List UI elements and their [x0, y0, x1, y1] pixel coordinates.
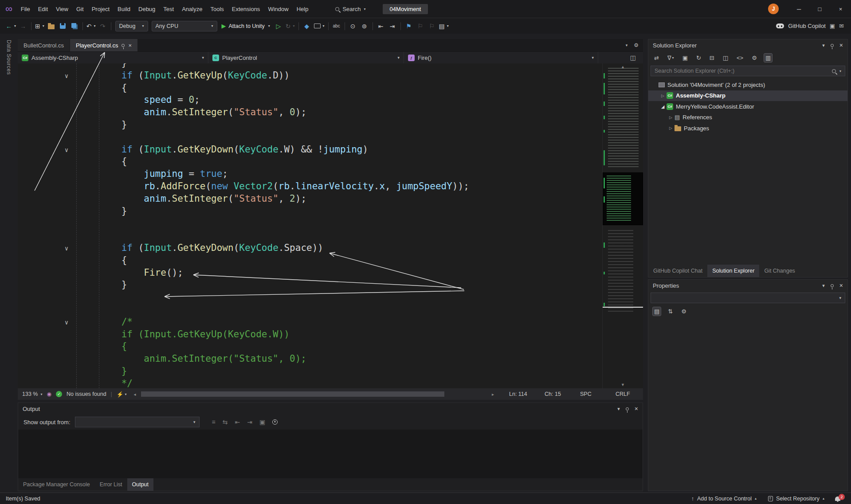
tab-git-changes[interactable]: Git Changes [759, 265, 800, 277]
close-icon[interactable]: × [839, 282, 843, 289]
menu-item-3[interactable]: Git [72, 0, 88, 18]
line-ending-indicator[interactable]: CRLF [616, 391, 639, 397]
github-copilot-group[interactable]: GitHub Copilot ▣ ✉ [776, 23, 844, 29]
code-editor[interactable]: }∨ if (Input.GetKeyUp(KeyCode.D)) { spee… [18, 63, 643, 388]
decrease-indent-button[interactable]: ⇤ [375, 20, 387, 32]
tab-solution-explorer[interactable]: Solution Explorer [707, 265, 759, 277]
tree-item-assembly-csharp[interactable]: ▷C#Assembly-CSharp [648, 90, 847, 102]
sync-with-active-document-icon[interactable]: ⇄ [653, 54, 660, 62]
scroll-down-icon[interactable]: ▼ [603, 383, 643, 387]
chevron-down-icon[interactable]: ▾ [617, 406, 620, 412]
plugin-status-icon[interactable]: ◉ [47, 391, 51, 397]
code-line[interactable]: { [18, 340, 601, 353]
tab-settings-gear-icon[interactable]: ⚙ [634, 42, 639, 48]
tree-item-packages[interactable]: ▷Packages [648, 123, 847, 134]
add-to-source-control-button[interactable]: ↑ Add to Source Control ▴ [686, 493, 762, 504]
scroll-up-icon[interactable]: ▲ [603, 65, 643, 69]
space-mode-indicator[interactable]: SPC [580, 391, 603, 397]
chevron-down-icon[interactable]: ▾ [822, 283, 825, 289]
solution-platforms-dropdown[interactable]: Any CPU ▾ [152, 21, 217, 31]
start-without-debugging-button[interactable]: ▷ [273, 20, 284, 32]
refresh-icon[interactable]: ↻ [695, 54, 702, 62]
intellisense-complete-button[interactable]: ⊚ [359, 20, 370, 32]
type-dropdown[interactable]: C PlayerControl ▾ [208, 52, 404, 63]
code-line[interactable]: } [18, 279, 601, 291]
alphabetical-icon[interactable]: ⇅ [667, 307, 674, 316]
code-line[interactable]: speed = 0; [18, 94, 601, 106]
intellisense-suggest-button[interactable]: ⊙ [347, 20, 359, 32]
view-code-icon[interactable]: <> [735, 54, 745, 62]
health-check-icon[interactable]: ✓ [56, 391, 62, 397]
save-button[interactable] [57, 20, 69, 32]
minimap-viewport[interactable] [603, 172, 643, 225]
toolbar-separator[interactable] [82, 22, 83, 30]
fold-chevron-icon[interactable]: ∨ [61, 70, 72, 82]
toolbar-separator[interactable] [31, 22, 31, 30]
task-list-button[interactable]: ▤ ▾ [438, 20, 450, 32]
solution-search-input[interactable] [655, 68, 828, 74]
split-editor-icon[interactable]: ◫ [630, 54, 636, 61]
prev-message-icon[interactable]: ⇤ [235, 418, 240, 426]
close-icon[interactable]: × [635, 405, 638, 412]
tab-package-manager-console[interactable]: Package Manager Console [18, 478, 95, 491]
open-external-icon[interactable]: ▣ [830, 23, 835, 29]
code-cleanup-button[interactable]: ⚡ ▾ [117, 391, 127, 398]
increase-indent-button[interactable]: ⇥ [387, 20, 398, 32]
tab-playercontrol[interactable]: PlayerControl.cs × [70, 39, 138, 51]
solution-explorer-header[interactable]: Solution Explorer ▾ × [648, 39, 847, 51]
code-line[interactable] [18, 291, 601, 304]
properties-wrench-icon[interactable]: ⚙ [750, 54, 758, 62]
fold-chevron-icon[interactable]: ∨ [61, 316, 72, 329]
notifications-button[interactable]: 2 [830, 493, 845, 504]
horizontal-scrollbar[interactable]: ◂ ▸ [131, 388, 497, 400]
tree-collapsed-arrow-icon[interactable]: ▷ [667, 115, 675, 120]
tab-error-list[interactable]: Error List [95, 478, 127, 491]
menu-item-5[interactable]: Build [114, 0, 134, 18]
pin-icon[interactable] [626, 407, 629, 410]
redo-button[interactable]: ↷ [97, 20, 109, 32]
scroll-right-icon[interactable]: ▸ [492, 392, 494, 397]
code-line[interactable] [18, 304, 601, 316]
tab-output[interactable]: Output [127, 478, 154, 491]
scroll-left-icon[interactable]: ◂ [133, 392, 136, 397]
preview-in-browser-button[interactable]: ▾ [313, 20, 326, 32]
code-line[interactable]: Fire(); [18, 267, 601, 279]
active-document-title[interactable]: 04Moviment [383, 4, 428, 14]
menu-item-7[interactable]: Test [159, 0, 178, 18]
feedback-icon[interactable]: ✉ [839, 23, 844, 29]
code-line[interactable]: { [18, 82, 601, 94]
code-line[interactable] [18, 230, 601, 242]
scrollbar-track[interactable] [138, 391, 490, 397]
navigate-forward-button[interactable]: → [17, 20, 29, 32]
menu-item-9[interactable]: Tools [206, 0, 227, 18]
menu-item-8[interactable]: Analyze [178, 0, 206, 18]
properties-header[interactable]: Properties ▾ × [648, 280, 847, 291]
save-all-button[interactable] [69, 20, 80, 32]
pin-icon[interactable] [831, 284, 834, 287]
undo-button[interactable]: ↶ ▾ [85, 20, 97, 32]
chevron-down-icon[interactable]: ▾ [822, 43, 825, 48]
menu-item-11[interactable]: Window [264, 0, 292, 18]
toolbar-separator[interactable] [345, 22, 345, 30]
menu-item-4[interactable]: Project [88, 0, 114, 18]
find-message-icon[interactable]: ⇆ [223, 418, 228, 426]
output-source-dropdown[interactable]: ▾ [75, 417, 200, 427]
attach-to-unity-button[interactable]: ▶ Attach to Unity ▾ [219, 20, 273, 32]
output-content[interactable] [18, 430, 643, 478]
solution-search-box[interactable]: ▾ [651, 66, 845, 76]
user-avatar[interactable]: J [768, 4, 779, 14]
output-panel-header[interactable]: Output ▾ × [18, 403, 643, 414]
scrollbar-thumb[interactable] [141, 391, 444, 397]
code-line[interactable]: { [18, 254, 601, 267]
project-dropdown[interactable]: C# Assembly-CSharp ▾ [18, 52, 208, 63]
toolbar-separator[interactable] [400, 22, 401, 30]
property-pages-icon[interactable]: ⚙ [680, 307, 688, 316]
new-project-button[interactable]: ⊞ ▾ [34, 20, 46, 32]
tree-item-merryyellow-codeassist-editor[interactable]: ◢C#MerryYellow.CodeAssist.Editor [648, 101, 847, 112]
health-status-label[interactable]: No issues found [67, 391, 106, 397]
menu-item-12[interactable]: Help [293, 0, 313, 18]
preview-selected-items-icon[interactable]: ▥ [764, 54, 772, 62]
menu-item-1[interactable]: Edit [34, 0, 52, 18]
code-line[interactable]: if (Input.GetKeyUp(KeyCode.W)) [18, 328, 601, 341]
toolbar-separator[interactable] [373, 22, 373, 30]
